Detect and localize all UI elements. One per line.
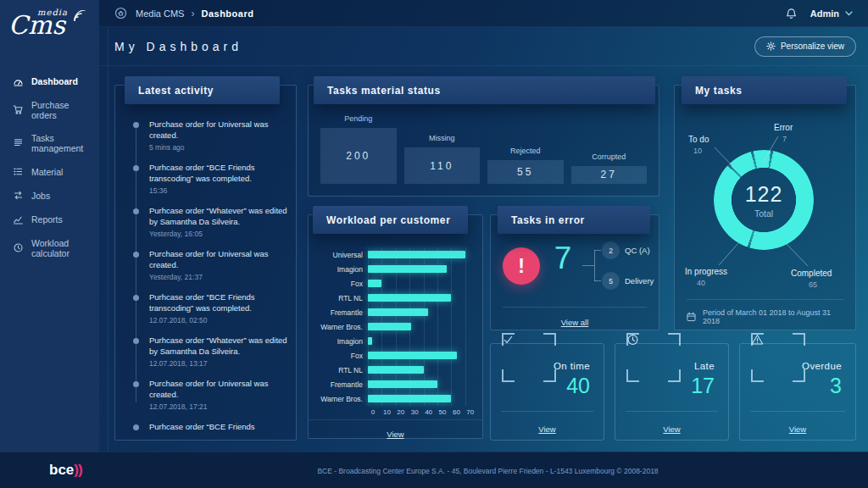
content-divider (108, 27, 108, 452)
sidebar-item-label: Reports (31, 214, 63, 225)
signal-arcs-icon (73, 10, 86, 22)
tasks-management-icon (13, 137, 24, 148)
bce-logo-arcs: )) (74, 462, 81, 478)
corner-bracket (543, 369, 556, 382)
corner-bracket (668, 333, 681, 346)
sidebar-item-label: Jobs (31, 191, 50, 201)
material-icon (13, 166, 24, 177)
sidebar-item-reports[interactable]: Reports (0, 208, 99, 231)
card-view-row: View (615, 420, 728, 435)
home-icon[interactable] (114, 7, 127, 19)
card-view-link[interactable]: View (663, 424, 680, 434)
jobs-icon (13, 190, 24, 201)
bce-logo: bce)) (49, 462, 82, 479)
sidebar-item-tasks-management[interactable]: Tasks management (0, 126, 99, 159)
breadcrumb-separator: › (191, 8, 194, 19)
corner-bracket (751, 369, 764, 382)
sidebar: media Cms Dashboard Purchase orders Task… (0, 0, 99, 452)
summary-card: Late 17 View (615, 343, 729, 441)
summary-card: On time 40 View (490, 343, 604, 441)
card-value: 40 (566, 374, 590, 398)
card-value: 17 (691, 374, 715, 398)
breadcrumb-dashboard[interactable]: Dashboard (201, 8, 253, 19)
sidebar-item-dashboard[interactable]: Dashboard (0, 69, 99, 93)
app-logo[interactable]: media Cms (0, 0, 99, 58)
viewfinder-frame (626, 333, 681, 382)
card-view-link[interactable]: View (789, 424, 806, 434)
sidebar-item-workload-calculator[interactable]: Workload calculator (0, 231, 99, 264)
check-icon (502, 330, 515, 349)
purchase-orders-icon (13, 104, 24, 115)
corner-bracket (793, 369, 805, 382)
viewfinder-frame (751, 333, 805, 382)
corner-bracket (793, 333, 805, 346)
divider (501, 411, 593, 412)
card-view-link[interactable]: View (538, 424, 555, 434)
card-value: 3 (830, 374, 842, 398)
workload-calculator-icon (13, 242, 24, 253)
top-bar: Media CMS › Dashboard Admin (99, 0, 868, 27)
sidebar-nav: Dashboard Purchase orders Tasks manageme… (0, 58, 99, 264)
divider (750, 411, 845, 412)
card-status-icon (626, 333, 639, 346)
breadcrumb-media-cms[interactable]: Media CMS (136, 8, 184, 19)
footer: bce)) BCE - Broadcasting Center Europe S… (0, 452, 868, 488)
bce-logo-text: bce (49, 462, 74, 478)
sidebar-item-jobs[interactable]: Jobs (0, 184, 99, 208)
viewfinder-frame (502, 333, 556, 382)
divider (626, 411, 718, 412)
corner-bracket (668, 369, 681, 382)
sidebar-item-material[interactable]: Material (0, 160, 99, 184)
clock-icon (626, 330, 639, 349)
bell-icon[interactable] (786, 8, 797, 19)
admin-menu[interactable]: Admin (810, 8, 853, 19)
page-title: My Dashboard (114, 40, 242, 53)
card-label: On time (554, 361, 590, 371)
sidebar-item-purchase-orders[interactable]: Purchase orders (0, 93, 99, 126)
card-view-row: View (491, 420, 604, 435)
card-label: Overdue (802, 361, 842, 371)
footer-text: BCE - Broadcasting Center Europe S.A. - … (108, 467, 868, 475)
sidebar-item-label: Workload calculator (31, 238, 96, 258)
reports-icon (13, 214, 24, 225)
personalize-view-button[interactable]: Personalize view (754, 36, 856, 57)
corner-bracket (502, 369, 515, 382)
card-status-icon (751, 333, 764, 346)
warning-icon (751, 330, 764, 349)
gear-icon (766, 42, 776, 51)
card-label: Late (694, 361, 715, 371)
sidebar-item-label: Tasks management (31, 133, 96, 153)
sidebar-item-label: Material (31, 167, 63, 177)
title-bar: My Dashboard Personalize view (99, 27, 868, 66)
card-status-icon (502, 333, 515, 346)
corner-bracket (626, 369, 639, 382)
sidebar-item-label: Dashboard (31, 76, 78, 86)
summary-card: Overdue 3 View (739, 343, 856, 441)
dashboard-icon (13, 76, 24, 87)
media-cms-dashboard: media Cms Dashboard Purchase orders Task… (0, 0, 868, 488)
personalize-view-label: Personalize view (781, 42, 844, 51)
chevron-down-icon (845, 11, 853, 16)
card-view-row: View (740, 420, 855, 435)
corner-bracket (543, 333, 556, 346)
logo-text: Cms (8, 10, 65, 40)
admin-username: Admin (810, 8, 839, 19)
summary-cards: On time 40 View (0, 0, 868, 488)
sidebar-item-label: Purchase orders (31, 100, 96, 120)
